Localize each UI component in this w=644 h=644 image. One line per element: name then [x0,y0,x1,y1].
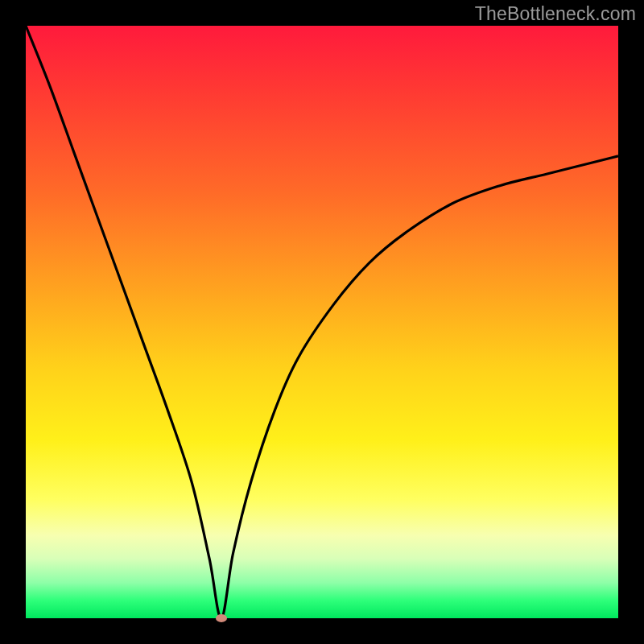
curve-path [26,26,618,618]
minimum-marker [216,614,227,622]
bottleneck-curve [26,26,618,618]
watermark-text: TheBottleneck.com [475,3,636,25]
plot-area [26,26,618,618]
chart-frame: TheBottleneck.com [0,0,644,644]
